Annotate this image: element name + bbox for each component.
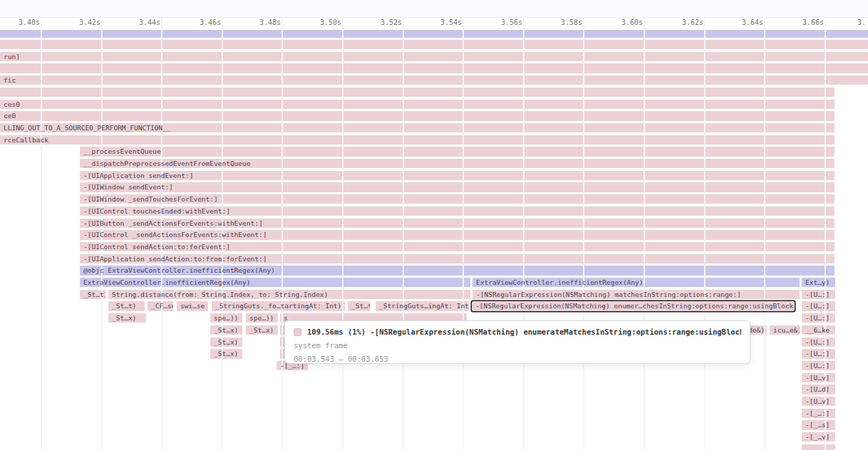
stack-frame-bar[interactable]: icu…e&) <box>770 325 800 335</box>
time-ruler-label: 3.66s <box>780 19 824 26</box>
stack-frame-bar[interactable]: String.distance(from: String.Index, to: … <box>108 290 470 299</box>
stack-frame-bar[interactable]: spe…)) <box>210 313 242 323</box>
stack-frame-bar[interactable] <box>0 40 868 49</box>
stack-frame-label: LLING_OUT_TO_A_SOURCE0_PERFORM_FUNCTION_… <box>0 123 835 132</box>
stack-frame-label: _St…x) <box>210 338 242 347</box>
time-ruler-label: 3.46s <box>177 19 221 26</box>
stack-frame-bar[interactable]: ce0 <box>0 111 835 120</box>
stack-frame-label: _St…t) <box>348 301 370 310</box>
stack-frame-bar[interactable]: -[_…v] <box>802 432 835 441</box>
stack-frame-bar[interactable]: -[UIButton _sendActionsForEvents:withEve… <box>80 219 835 228</box>
stack-frame-bar[interactable] <box>802 444 835 450</box>
stack-frame-bar[interactable] <box>0 88 835 97</box>
stack-frame-bar[interactable]: -[U…d] <box>802 384 835 394</box>
time-ruler-label: 3. <box>857 19 868 26</box>
stack-frame-bar[interactable]: -[U…:] <box>802 361 835 370</box>
stack-frame-bar[interactable]: _StringGuts…ingAt: Int) <box>376 301 469 310</box>
stack-frame-bar[interactable]: _St…t) <box>108 301 145 310</box>
stack-frame-bar[interactable]: _St…x) <box>210 338 242 347</box>
stack-frame-label: _CF…se <box>148 301 173 310</box>
stack-frame-bar[interactable]: -[U…:] <box>802 313 835 323</box>
stack-frame-label: -[U…:] <box>802 313 835 323</box>
stack-frame-bar[interactable]: LLING_OUT_TO_A_SOURCE0_PERFORM_FUNCTION_… <box>0 123 835 132</box>
stack-frame-bar[interactable]: -[UIControl touchesEnded:withEvent:] <box>80 206 835 216</box>
stack-frame-bar[interactable]: @objc ExtraViewController.inefficientReg… <box>80 266 835 275</box>
stack-frame-bar[interactable]: -[_…:] <box>802 409 835 418</box>
stack-frame-bar[interactable]: run] <box>0 52 868 61</box>
stack-frame-bar[interactable]: ces0 <box>0 100 835 109</box>
stack-frame-label: -[NSRegularExpression(NSMatching) matche… <box>472 290 800 299</box>
stack-frame-bar[interactable]: __dispatchPreprocessedEventFromEventQueu… <box>80 159 835 168</box>
stack-frame-bar[interactable]: _St…t) <box>348 301 370 310</box>
stack-frame-bar[interactable]: __6…ke <box>802 325 835 335</box>
stack-frame-bar[interactable]: _St…x) <box>210 349 242 358</box>
stack-frame-label: fic <box>0 75 868 85</box>
stack-frame-label: spe…)) <box>246 313 278 323</box>
stack-frame-bar[interactable]: -[UIControl sendAction:to:forEvent:] <box>80 242 835 251</box>
stack-frame-bar[interactable]: Ext…y) <box>802 278 835 287</box>
stack-frame-bar[interactable]: spe…)) <box>246 313 278 323</box>
stack-frame-bar[interactable]: __processEventQueue <box>80 147 835 156</box>
tooltip: 109.56ms (1%) -[NSRegularExpression(NSMa… <box>284 320 750 364</box>
stack-frame-label: -[UIControl sendAction:to:forEvent:] <box>80 242 835 251</box>
stack-frame-bar[interactable] <box>0 30 868 38</box>
stack-frame-bar[interactable]: ExtraViewController.inefficientRegex(Any… <box>472 278 800 287</box>
stack-frame-bar[interactable]: -[UIWindow _sendTouchesForEvent:] <box>80 194 835 204</box>
stack-frame-label: _St…t) <box>108 301 145 310</box>
stack-frame-label: ce0 <box>0 111 835 120</box>
stack-frame-bar[interactable]: -[U…v] <box>802 373 835 382</box>
stack-frame-bar[interactable] <box>0 63 868 73</box>
time-ruler-label: 3.54s <box>418 19 462 26</box>
stack-frame-bar[interactable]: -[U…:] <box>802 349 835 358</box>
stack-frame-label: String.distance(from: String.Index, to: … <box>108 290 470 299</box>
stack-frame-label: -[UIWindow _sendTouchesForEvent:] <box>80 194 835 204</box>
stack-frame-label: Ext…y) <box>802 278 835 287</box>
stack-frame-bar[interactable]: -[U…:] <box>802 301 835 310</box>
flame-chart: 3.40s3.42s3.44s3.46s3.48s3.50s3.52s3.54s… <box>0 0 868 450</box>
stack-frame-label: -[U…v] <box>802 397 835 406</box>
tooltip-time-range: 00:03.543 — 00:03.653 <box>294 355 388 363</box>
stack-frame-bar[interactable]: _St…x) <box>246 325 278 335</box>
stack-frame-label: -[U…:] <box>802 301 835 310</box>
stack-frame-label: _StringGuts._fo…tartingAt: Int) <box>212 301 345 310</box>
stack-frame-label: -[U…d] <box>802 384 835 394</box>
stack-frame-label: __dispatchPreprocessedEventFromEventQueu… <box>80 159 835 168</box>
stack-frame-bar[interactable]: -[_…s] <box>802 420 835 429</box>
stack-frame-bar[interactable]: _StringGuts._fo…tartingAt: Int) <box>212 301 345 310</box>
tooltip-subtitle: system frame <box>294 341 348 350</box>
stack-frame-bar[interactable]: ExtraViewController.inefficientRegex(Any… <box>80 278 470 287</box>
stack-frame-label: rceCallback <box>0 135 835 145</box>
time-ruler-label: 3.42s <box>56 19 100 26</box>
stack-frame-bar[interactable]: -[U…:] <box>802 290 835 299</box>
time-ruler-label: 3.52s <box>358 19 402 26</box>
time-ruler[interactable]: 3.40s3.42s3.44s3.46s3.48s3.50s3.52s3.54s… <box>0 18 868 29</box>
stack-frame-bar[interactable]: rceCallback <box>0 135 835 145</box>
stack-frame-bar[interactable]: -[U…v] <box>802 397 835 406</box>
stack-frame-bar[interactable]: -[U…:] <box>802 338 835 347</box>
time-ruler-label: 3.40s <box>0 19 40 26</box>
stack-frame-label: _St…x) <box>108 313 146 323</box>
stack-frame-bar[interactable]: _St…t) <box>80 290 105 299</box>
stack-frame-label: -[UIApplication sendEvent:] <box>80 171 835 180</box>
stack-frame-bar[interactable]: -[UIApplication sendAction:to:from:forEv… <box>80 254 835 263</box>
stack-frame-bar[interactable]: -[UIWindow sendEvent:] <box>80 182 835 192</box>
stack-frame-label: _StringGuts…ingAt: Int) <box>376 301 469 310</box>
stack-frame-label: -[_…s] <box>802 420 835 429</box>
stack-frame-label: -[UIApplication sendAction:to:from:forEv… <box>80 254 835 263</box>
stack-frame-bar[interactable]: -[UIControl _sendActionsForEvents:withEv… <box>80 230 835 239</box>
stack-frame-bar[interactable]: _St…x) <box>108 313 146 323</box>
stack-frame-bar[interactable]: fic <box>0 75 868 85</box>
stack-frame-bar[interactable]: _CF…se <box>148 301 173 310</box>
frame-color-swatch-icon <box>294 328 301 336</box>
stack-frame-label: -[U…:] <box>802 290 835 299</box>
stack-frame-label: -[U…:] <box>802 338 835 347</box>
stack-frame-label: __processEventQueue <box>80 147 835 156</box>
stack-frame-label: icu…e&) <box>770 325 800 335</box>
stack-frame-label: spe…)) <box>210 313 242 323</box>
stack-frame-bar-selected[interactable]: -[NSRegularExpression(NSMatching) enumer… <box>472 301 795 310</box>
stack-frame-bar[interactable]: -[NSRegularExpression(NSMatching) matche… <box>472 290 800 299</box>
stack-frame-bar[interactable]: -[UIApplication sendEvent:] <box>80 171 835 180</box>
stack-frame-bar[interactable]: _St…x) <box>210 325 242 335</box>
stack-frame-label: ExtraViewController.inefficientRegex(Any… <box>80 278 470 287</box>
stack-frame-bar[interactable]: swi…se <box>177 301 208 310</box>
